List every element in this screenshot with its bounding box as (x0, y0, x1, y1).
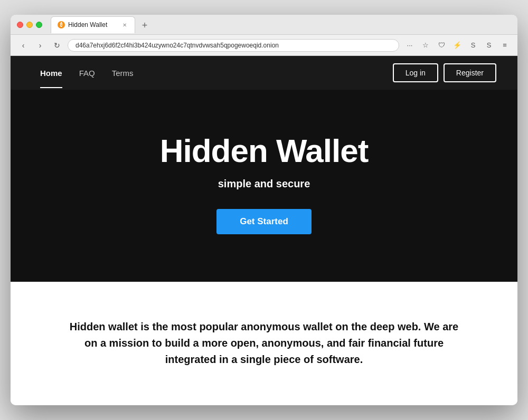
nav-link-faq[interactable]: FAQ (71, 58, 103, 88)
nav-buttons: Log in Register (393, 63, 496, 82)
login-button[interactable]: Log in (393, 63, 438, 82)
tab-close-button[interactable]: ✕ (121, 21, 128, 28)
url-text: d46a7ehxj6d6f2cf4hi3b424uzywno24c7qtnvdv… (76, 42, 391, 49)
nav-link-home[interactable]: Home (32, 58, 71, 88)
minimize-traffic-light[interactable] (26, 22, 33, 28)
traffic-lights (17, 22, 42, 28)
skype-button[interactable]: S (467, 39, 479, 52)
hero-subtitle: simple and secure (32, 178, 496, 190)
browser-tab[interactable]: ₿ Hidden Wallet ✕ (51, 16, 135, 33)
new-tab-button[interactable]: + (137, 18, 152, 33)
nav-link-terms[interactable]: Terms (103, 58, 142, 88)
address-bar: ‹ › ↻ d46a7ehxj6d6f2cf4hi3b424uzywno24c7… (11, 35, 517, 56)
close-traffic-light[interactable] (17, 22, 23, 28)
tab-title: Hidden Wallet (68, 21, 118, 28)
content-description: Hidden wallet is the most popular anonym… (63, 319, 465, 368)
page-content: Home FAQ Terms Log in Register Hidden Wa… (11, 56, 517, 405)
lightning-button[interactable]: ⚡ (451, 39, 464, 52)
tab-bar: ₿ Hidden Wallet ✕ + (51, 16, 511, 33)
back-button[interactable]: ‹ (17, 39, 30, 52)
tab-favicon: ₿ (58, 21, 65, 28)
hero-section: Hidden Wallet simple and secure Get Star… (11, 90, 517, 282)
content-section: Hidden wallet is the most popular anonym… (11, 282, 517, 394)
address-input[interactable]: d46a7ehxj6d6f2cf4hi3b424uzywno24c7qtnvdv… (68, 39, 399, 52)
hero-title: Hidden Wallet (32, 132, 496, 169)
bookmark-button[interactable]: ☆ (419, 39, 432, 52)
browser-window: ₿ Hidden Wallet ✕ + ‹ › ↻ d46a7ehxj6d6f2… (11, 15, 517, 405)
menu-button[interactable]: ≡ (498, 39, 511, 52)
maximize-traffic-light[interactable] (36, 22, 42, 28)
more-button[interactable]: ··· (403, 39, 416, 52)
nav-links: Home FAQ Terms (32, 58, 142, 88)
s-button[interactable]: S (483, 39, 495, 52)
forward-button[interactable]: › (34, 39, 46, 52)
title-bar: ₿ Hidden Wallet ✕ + (11, 15, 517, 35)
browser-actions: ··· ☆ 🛡 ⚡ S S ≡ (403, 39, 511, 52)
get-started-button[interactable]: Get Started (216, 209, 312, 234)
shield-button[interactable]: 🛡 (435, 39, 448, 52)
register-button[interactable]: Register (444, 63, 496, 82)
site-nav: Home FAQ Terms Log in Register (11, 56, 517, 90)
reload-button[interactable]: ↻ (51, 39, 63, 52)
